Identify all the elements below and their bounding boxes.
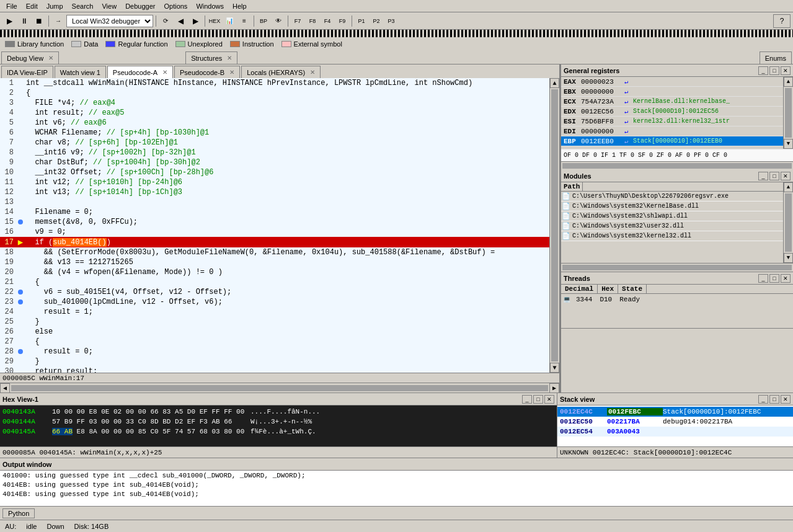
- menu-options[interactable]: Options: [160, 2, 191, 11]
- menu-jump[interactable]: Jump: [43, 2, 67, 11]
- step-into[interactable]: F7: [291, 14, 304, 28]
- module-row-0[interactable]: 📄 C:\Users\ThuyND\Desktop\22679206regsvr…: [561, 192, 783, 202]
- breakpoint-15[interactable]: [18, 219, 23, 224]
- run-to[interactable]: F4: [321, 14, 334, 28]
- hex-content[interactable]: 0040143A 10 00 00 E8 0E 02 00 00 66 83 A…: [0, 406, 557, 446]
- tab-debug-view[interactable]: Debug View ✕: [1, 51, 59, 64]
- tab-watch-view-1[interactable]: Watch view 1: [55, 66, 106, 78]
- stack-close[interactable]: ✕: [781, 395, 791, 404]
- graph-btn[interactable]: 📊: [223, 14, 236, 28]
- tab-structures[interactable]: Structures ✕: [185, 51, 237, 64]
- threads-minimize[interactable]: _: [758, 274, 768, 283]
- module-row-4[interactable]: 📄 C:\Windows\system32\kernel32.dll: [561, 231, 783, 241]
- modules-hscrollbar[interactable]: [561, 263, 793, 272]
- reg-hscrollbar[interactable]: [561, 161, 793, 170]
- reg-vscrollbar[interactable]: ▲ ▼: [783, 77, 793, 149]
- run2[interactable]: F9: [335, 14, 349, 28]
- hex-maximize[interactable]: □: [533, 395, 543, 404]
- run-button[interactable]: ▶: [2, 14, 16, 28]
- reg-scroll-down[interactable]: ▼: [784, 139, 793, 149]
- tab-locals-close[interactable]: ✕: [310, 69, 315, 76]
- tab-structures-close[interactable]: ✕: [227, 55, 232, 61]
- breakpoint-23[interactable]: [18, 299, 23, 304]
- hscroll-thumb[interactable]: [11, 385, 548, 391]
- tab-debug-view-close[interactable]: ✕: [48, 55, 53, 61]
- modules-scroll-down[interactable]: ▼: [784, 253, 793, 263]
- hex-title: Hex View-1: [2, 396, 38, 403]
- toolbar: ▶ ⏸ ⏹ → Local Win32 debugger ⟳ ◀ ▶ HEX 📊…: [0, 12, 793, 30]
- watch-btn[interactable]: 👁: [272, 14, 285, 28]
- reg-hscroll-thumb[interactable]: [562, 163, 792, 169]
- stop-button[interactable]: ⏹: [32, 14, 46, 28]
- stack-maximize[interactable]: □: [769, 395, 779, 404]
- tab-locals[interactable]: Locals (HEXRAYS) ✕: [241, 66, 321, 78]
- modules-close[interactable]: ✕: [781, 172, 791, 180]
- modules-scroll-up[interactable]: ▲: [784, 182, 793, 192]
- menu-view[interactable]: View: [98, 2, 120, 11]
- code-hscrollbar[interactable]: ◀ ▶: [0, 383, 559, 392]
- menu-file[interactable]: File: [2, 2, 21, 11]
- reg-minimize[interactable]: _: [758, 66, 768, 75]
- scroll-down[interactable]: ▼: [550, 363, 559, 373]
- menu-edit[interactable]: Edit: [22, 2, 42, 11]
- modules-maximize[interactable]: □: [769, 172, 779, 180]
- thread-row-0[interactable]: 💻 3344 D10 Ready: [561, 294, 793, 305]
- output-content[interactable]: 401000: using guessed type int __cdecl s…: [0, 471, 793, 506]
- scroll-thumb[interactable]: [551, 89, 558, 361]
- sync-btn[interactable]: ⟳: [159, 14, 172, 28]
- menu-search[interactable]: Search: [68, 2, 97, 11]
- modules-vscrollbar[interactable]: ▲ ▼: [783, 182, 793, 263]
- stack-minimize[interactable]: _: [758, 395, 768, 404]
- bp-btn[interactable]: BP: [257, 14, 270, 28]
- module-row-3[interactable]: 📄 C:\Windows\system32\user32.dll: [561, 221, 783, 231]
- hex-btn[interactable]: HEX: [208, 14, 221, 28]
- stack-row-1[interactable]: 0012EC50 002217BA debug014:002217BA: [557, 417, 793, 427]
- threads-close[interactable]: ✕: [781, 274, 791, 283]
- step-over-btn[interactable]: →: [51, 14, 65, 28]
- plugin3[interactable]: P3: [384, 14, 398, 28]
- modules-hscroll-thumb[interactable]: [562, 265, 792, 270]
- stack-content[interactable]: 0012EC4C 0012FEBC Stack[00000D10]:0012FE…: [557, 406, 793, 446]
- scroll-right[interactable]: ▶: [549, 383, 559, 393]
- debugger-select[interactable]: Local Win32 debugger: [66, 15, 153, 27]
- menu-debugger[interactable]: Debugger: [122, 2, 159, 11]
- code-line-23: 23 sub_401000(lpCmdLine, v12 - Offset, v…: [0, 297, 549, 307]
- tab-pseudo-a-close[interactable]: ✕: [162, 69, 167, 76]
- scroll-up[interactable]: ▲: [550, 78, 559, 88]
- tab-pseudo-b-close[interactable]: ✕: [229, 69, 234, 76]
- hex-close[interactable]: ✕: [544, 395, 554, 404]
- tab-enums[interactable]: Enums: [760, 51, 792, 64]
- modules-minimize[interactable]: _: [758, 172, 768, 180]
- modules-scroll-thumb[interactable]: [785, 193, 792, 252]
- plugin2[interactable]: P2: [370, 14, 383, 28]
- pause-button[interactable]: ⏸: [17, 14, 31, 28]
- breakpoint-28[interactable]: [18, 349, 23, 354]
- code-line-22: 22 v6 = sub_4015E1(v4, Offset, v12 - Off…: [0, 287, 549, 297]
- reg-close[interactable]: ✕: [781, 66, 791, 75]
- menu-help[interactable]: Help: [229, 2, 250, 11]
- threads-maximize[interactable]: □: [769, 274, 779, 283]
- scroll-left[interactable]: ◀: [0, 383, 10, 393]
- help-button[interactable]: ?: [773, 14, 791, 28]
- python-button[interactable]: Python: [2, 508, 35, 518]
- hex-minimize[interactable]: _: [522, 395, 532, 404]
- breakpoint-22[interactable]: [18, 290, 23, 295]
- plugin1[interactable]: P1: [355, 14, 368, 28]
- code-vscrollbar[interactable]: ▲ ▼: [549, 78, 559, 373]
- step-over2[interactable]: F8: [306, 14, 319, 28]
- tab-ida-view-eip[interactable]: IDA View-EIP: [1, 66, 53, 78]
- module-row-1[interactable]: 📄 C:\Windows\system32\KernelBase.dll: [561, 202, 783, 211]
- nav-back[interactable]: ◀: [174, 14, 187, 28]
- tab-pseudocode-a[interactable]: Pseudocode-A ✕: [107, 66, 173, 78]
- nav-fwd[interactable]: ▶: [188, 14, 202, 28]
- reg-scroll-up[interactable]: ▲: [784, 77, 793, 87]
- reg-maximize[interactable]: □: [769, 66, 779, 75]
- tab-pseudocode-b[interactable]: Pseudocode-B ✕: [174, 66, 240, 78]
- list-btn[interactable]: ≡: [237, 14, 251, 28]
- code-text-area[interactable]: 1int __stdcall wWinMain(HINSTANCE hInsta…: [0, 78, 549, 373]
- module-row-2[interactable]: 📄 C:\Windows\system32\shlwapi.dll: [561, 211, 783, 221]
- stack-row-0[interactable]: 0012EC4C 0012FEBC Stack[00000D10]:0012FE…: [557, 407, 793, 417]
- menu-windows[interactable]: Windows: [192, 2, 228, 11]
- stack-row-2[interactable]: 0012EC54 003A0043: [557, 427, 793, 437]
- reg-scroll-thumb[interactable]: [785, 88, 792, 138]
